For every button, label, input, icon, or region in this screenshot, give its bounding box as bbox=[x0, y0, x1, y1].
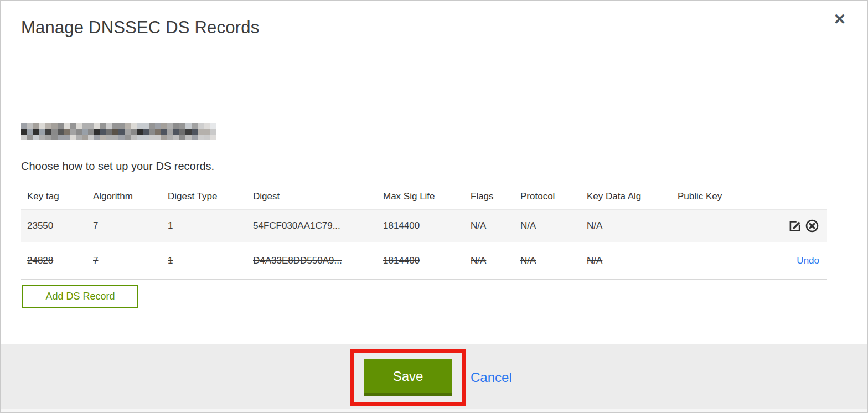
col-header-actions bbox=[754, 184, 827, 209]
cell-flags: N/A bbox=[464, 209, 514, 242]
col-header-digest-type: Digest Type bbox=[162, 184, 247, 209]
col-header-flags: Flags bbox=[464, 184, 514, 209]
col-header-algorithm: Algorithm bbox=[87, 184, 162, 209]
close-icon[interactable]: ✕ bbox=[833, 12, 846, 27]
cell-actions bbox=[754, 209, 827, 242]
cell-digest-type: 1 bbox=[162, 209, 247, 242]
cell-digest: D4A33E8DD550A9... bbox=[247, 242, 377, 279]
cell-flags: N/A bbox=[464, 242, 514, 279]
modal-content: Manage DNSSEC DS Records ✕ Choose how to… bbox=[1, 1, 867, 344]
table-row-deleted: 24828 7 1 D4A33E8DD550A9... 1814400 N/A … bbox=[21, 242, 827, 279]
delete-icon[interactable] bbox=[805, 219, 819, 233]
page-title: Manage DNSSEC DS Records bbox=[21, 18, 259, 38]
cell-algorithm: 7 bbox=[87, 209, 162, 242]
cell-protocol: N/A bbox=[514, 242, 581, 279]
cell-public-key bbox=[671, 242, 754, 279]
col-header-public-key: Public Key bbox=[671, 184, 754, 209]
cell-actions: Undo bbox=[754, 242, 827, 279]
edit-icon[interactable] bbox=[788, 219, 802, 233]
cell-key-data-alg: N/A bbox=[581, 242, 671, 279]
col-header-digest: Digest bbox=[247, 184, 377, 209]
undo-link[interactable]: Undo bbox=[797, 255, 819, 266]
cell-max-sig-life: 1814400 bbox=[377, 209, 464, 242]
cell-protocol: N/A bbox=[514, 209, 581, 242]
col-header-key-tag: Key tag bbox=[21, 184, 87, 209]
cell-key-tag: 24828 bbox=[21, 242, 87, 279]
redacted-domain-name bbox=[21, 123, 216, 140]
manage-dnssec-modal: { "modal": { "title": "Manage DNSSEC DS … bbox=[0, 0, 868, 413]
table-header-row: Key tag Algorithm Digest Type Digest Max… bbox=[21, 184, 827, 209]
cell-algorithm: 7 bbox=[87, 242, 162, 279]
cell-public-key bbox=[671, 209, 754, 242]
table-row-active: 23550 7 1 54FCF030AA1C79... 1814400 N/A … bbox=[21, 209, 827, 242]
cell-max-sig-life: 1814400 bbox=[377, 242, 464, 279]
annotation-highlight-box: Save bbox=[350, 349, 466, 406]
page-behind-modal-strip bbox=[1, 409, 867, 412]
col-header-protocol: Protocol bbox=[514, 184, 581, 209]
modal-footer: Save Cancel bbox=[1, 344, 867, 410]
save-button[interactable]: Save bbox=[364, 359, 452, 396]
instruction-text: Choose how to set up your DS records. bbox=[21, 160, 214, 173]
ds-records-table: Key tag Algorithm Digest Type Digest Max… bbox=[21, 184, 827, 280]
cancel-link[interactable]: Cancel bbox=[471, 370, 512, 385]
cell-key-data-alg: N/A bbox=[581, 209, 671, 242]
col-header-max-sig-life: Max Sig Life bbox=[377, 184, 464, 209]
cell-digest-type: 1 bbox=[162, 242, 247, 279]
cell-key-tag: 23550 bbox=[21, 209, 87, 242]
col-header-key-data-alg: Key Data Alg bbox=[581, 184, 671, 209]
cell-digest: 54FCF030AA1C79... bbox=[247, 209, 377, 242]
add-ds-record-button[interactable]: Add DS Record bbox=[22, 285, 138, 308]
